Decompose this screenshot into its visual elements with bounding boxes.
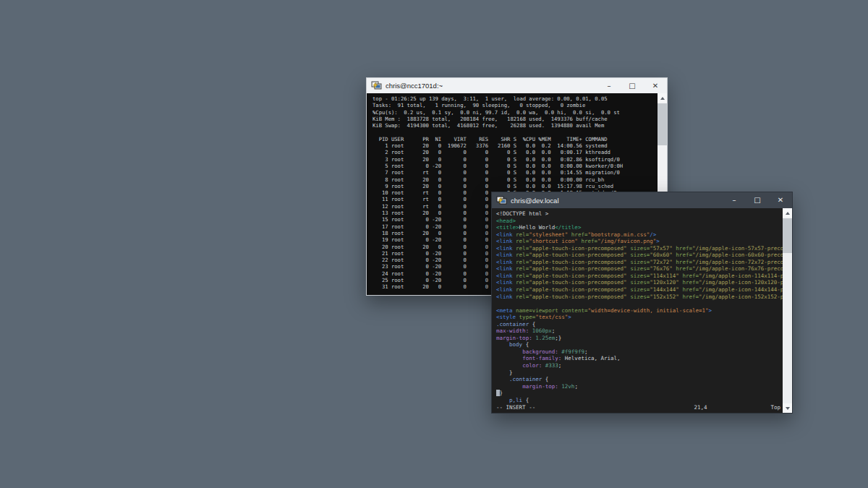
code-line: margin-top: 1.25em;}: [496, 335, 783, 342]
code-line: <meta name=viewport content="width=devic…: [496, 307, 783, 314]
terminal-line: 8 root 20 0 0 0 0 S 0.0 0.0 0:00.00 rcu_…: [373, 176, 658, 183]
desktop: { "icons": { "minimize": "–", "maximize"…: [0, 0, 868, 488]
terminal-line: 5 root 0 -20 0 0 0 S 0.0 0.0 0:00.00 kwo…: [373, 163, 658, 169]
code-line: <link rel="stylesheet" href="bootstrap.m…: [496, 231, 783, 239]
code-line: p,li {: [496, 397, 783, 404]
code-line: <link rel="apple-touch-icon-precomposed"…: [496, 273, 783, 280]
maximize-icon[interactable]: □: [621, 78, 644, 93]
terminal-line: [373, 129, 658, 135]
code-line: body {: [496, 341, 783, 348]
code-line: [496, 300, 783, 307]
code-line: }: [496, 390, 783, 397]
code-line: .container {: [496, 376, 783, 383]
code-line: <link rel="apple-touch-icon-precomposed"…: [496, 259, 783, 266]
minimize-icon[interactable]: –: [597, 78, 621, 93]
code-line: <link rel="shortcut icon" href="/img/fav…: [496, 238, 783, 245]
code-line: <title>Hello World</title>: [496, 224, 783, 231]
maximize-icon[interactable]: □: [746, 192, 769, 208]
code-line: <link rel="apple-touch-icon-precomposed"…: [496, 252, 783, 259]
close-icon[interactable]: ✕: [644, 78, 667, 93]
window-title-back: chris@ncc1701d:~: [386, 82, 597, 90]
window-title-front: chris@dev.local: [511, 197, 723, 205]
terminal-line: %Cpu(s): 0.2 us, 0.1 sy, 0.0 ni, 99.7 id…: [373, 109, 658, 116]
window-putty-devlocal: chris@dev.local – □ ✕ <!DOCTYPE html ><h…: [491, 192, 793, 414]
terminal-line: top - 01:26:25 up 139 days, 3:11, 1 user…: [373, 95, 658, 102]
code-line: <link rel="apple-touch-icon-precomposed"…: [496, 294, 783, 301]
putty-icon: [371, 81, 382, 90]
code-line: color: #333;: [496, 362, 783, 369]
terminal-line: KiB Mem : 1883728 total, 208184 free, 18…: [373, 116, 658, 122]
code-line: <link rel="apple-touch-icon-precomposed"…: [496, 279, 783, 286]
terminal-line: 9 root 20 0 0 0 0 S 0.0 0.0 15:17.98 rcu…: [373, 183, 658, 189]
terminal-line: 2 root 20 0 0 0 0 S 0.0 0.0 0:00.17 kthr…: [373, 149, 658, 155]
vim-statusline: -- INSERT -- 21,4 Top: [496, 404, 780, 411]
terminal-line: 1 root 20 0 190672 3376 2160 S 0.0 0.2 1…: [373, 142, 658, 149]
scroll-indicator: Top: [770, 404, 780, 411]
cursor-position: 21,4: [694, 404, 707, 411]
code-line: <head>: [496, 218, 783, 225]
scrollbar-thumb-back[interactable]: [658, 103, 667, 145]
code-line: max-width: 1060px;: [496, 328, 783, 335]
scrollbar-thumb-front[interactable]: [783, 218, 792, 253]
vim-editor[interactable]: <!DOCTYPE html ><head><title>Hello World…: [492, 208, 783, 413]
code-line: background: #f9f9f9;: [496, 348, 783, 356]
terminal-line: PID USER PR NI VIRT RES SHR S %CPU %MEM …: [373, 136, 658, 142]
titlebar-front[interactable]: chris@dev.local – □ ✕: [492, 192, 792, 208]
scrollbar-front[interactable]: [783, 208, 792, 413]
code-line: .container {: [496, 321, 783, 328]
code-line: margin-top: 12vh;: [496, 383, 783, 390]
code-line: <link rel="apple-touch-icon-precomposed"…: [496, 286, 783, 294]
terminal-line: Tasks: 91 total, 1 running, 90 sleeping,…: [373, 102, 658, 108]
scroll-down-arrow-icon[interactable]: [783, 403, 792, 413]
minimize-icon[interactable]: –: [723, 192, 746, 208]
titlebar-back[interactable]: chris@ncc1701d:~ – □ ✕: [367, 78, 667, 93]
close-icon[interactable]: ✕: [769, 192, 792, 208]
code-line: }: [496, 369, 783, 377]
code-line: <style type="text/css">: [496, 314, 783, 321]
code-line: <link rel="apple-touch-icon-precomposed"…: [496, 265, 783, 273]
code-line: <link rel="apple-touch-icon-precomposed"…: [496, 245, 783, 252]
scroll-up-arrow-icon[interactable]: [783, 208, 792, 218]
code-line: font-family: Helvetica, Arial,: [496, 355, 783, 362]
scroll-up-arrow-icon[interactable]: [658, 93, 667, 103]
vim-mode: -- INSERT --: [496, 404, 535, 411]
code-line: <!DOCTYPE html >: [496, 210, 783, 218]
putty-icon: [496, 196, 507, 205]
terminal-line: KiB Swap: 4194300 total, 4168012 free, 2…: [373, 122, 658, 129]
terminal-line: 3 root 20 0 0 0 0 S 0.0 0.0 0:02.86 ksof…: [373, 156, 658, 163]
terminal-line: 7 root rt 0 0 0 0 S 0.0 0.0 0:14.55 migr…: [373, 169, 658, 176]
